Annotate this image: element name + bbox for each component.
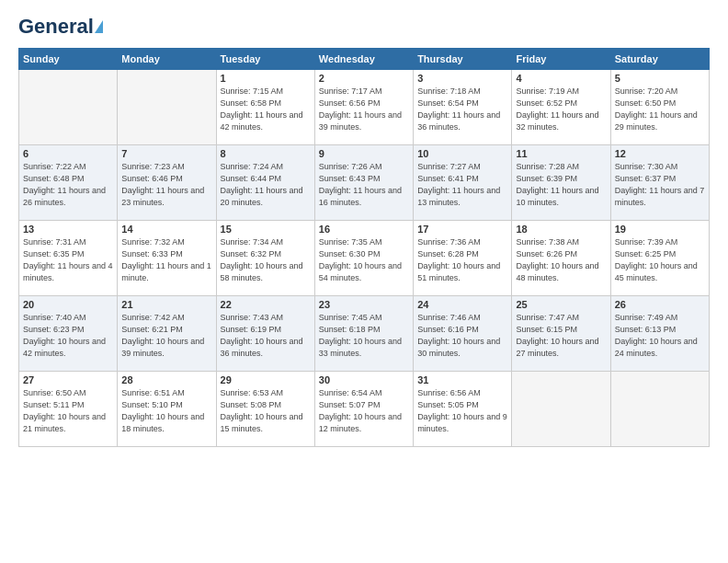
day-number: 16: [319, 224, 409, 235]
logo: General: [18, 15, 103, 39]
day-info: Sunrise: 7:39 AM Sunset: 6:25 PM Dayligh…: [615, 236, 705, 284]
day-cell: 29Sunrise: 6:53 AM Sunset: 5:08 PM Dayli…: [216, 372, 314, 447]
day-info: Sunrise: 7:31 AM Sunset: 6:35 PM Dayligh…: [23, 236, 113, 284]
day-info: Sunrise: 7:45 AM Sunset: 6:18 PM Dayligh…: [319, 312, 409, 360]
day-info: Sunrise: 6:56 AM Sunset: 5:05 PM Dayligh…: [417, 387, 507, 435]
day-number: 19: [615, 224, 705, 235]
day-info: Sunrise: 7:26 AM Sunset: 6:43 PM Dayligh…: [319, 161, 409, 209]
week-row-1: 1Sunrise: 7:15 AM Sunset: 6:58 PM Daylig…: [19, 70, 710, 145]
day-cell: 8Sunrise: 7:24 AM Sunset: 6:44 PM Daylig…: [216, 145, 314, 221]
day-info: Sunrise: 7:46 AM Sunset: 6:16 PM Dayligh…: [417, 312, 507, 360]
day-cell: 25Sunrise: 7:47 AM Sunset: 6:15 PM Dayli…: [512, 296, 610, 372]
weekday-header-sunday: Sunday: [19, 49, 118, 70]
day-number: 20: [23, 299, 113, 310]
day-number: 29: [221, 374, 311, 385]
day-cell: 26Sunrise: 7:49 AM Sunset: 6:13 PM Dayli…: [610, 296, 709, 372]
day-cell: 19Sunrise: 7:39 AM Sunset: 6:25 PM Dayli…: [610, 221, 709, 296]
day-info: Sunrise: 7:23 AM Sunset: 6:46 PM Dayligh…: [121, 161, 211, 209]
day-number: 15: [221, 224, 311, 235]
day-number: 24: [417, 299, 507, 310]
day-cell: 31Sunrise: 6:56 AM Sunset: 5:05 PM Dayli…: [414, 372, 512, 447]
day-number: 25: [516, 299, 606, 310]
day-info: Sunrise: 7:42 AM Sunset: 6:21 PM Dayligh…: [121, 312, 211, 360]
weekday-header-tuesday: Tuesday: [216, 49, 314, 70]
day-number: 27: [23, 374, 113, 385]
day-number: 12: [615, 148, 705, 159]
day-info: Sunrise: 6:50 AM Sunset: 5:11 PM Dayligh…: [23, 387, 113, 435]
day-cell: 16Sunrise: 7:35 AM Sunset: 6:30 PM Dayli…: [314, 221, 413, 296]
day-info: Sunrise: 6:54 AM Sunset: 5:07 PM Dayligh…: [319, 387, 409, 435]
day-number: 5: [615, 73, 705, 84]
day-number: 6: [23, 148, 113, 159]
day-number: 4: [516, 73, 606, 84]
day-info: Sunrise: 6:51 AM Sunset: 5:10 PM Dayligh…: [121, 387, 211, 435]
week-row-2: 6Sunrise: 7:22 AM Sunset: 6:48 PM Daylig…: [19, 145, 710, 221]
day-cell: 2Sunrise: 7:17 AM Sunset: 6:56 PM Daylig…: [314, 70, 413, 145]
day-cell: 24Sunrise: 7:46 AM Sunset: 6:16 PM Dayli…: [414, 296, 512, 372]
day-number: 23: [319, 299, 409, 310]
day-info: Sunrise: 7:18 AM Sunset: 6:54 PM Dayligh…: [417, 86, 507, 133]
week-row-3: 13Sunrise: 7:31 AM Sunset: 6:35 PM Dayli…: [19, 221, 710, 296]
day-cell: 22Sunrise: 7:43 AM Sunset: 6:19 PM Dayli…: [216, 296, 314, 372]
logo-triangle-icon: [95, 20, 103, 33]
day-cell: [19, 70, 118, 145]
day-cell: 13Sunrise: 7:31 AM Sunset: 6:35 PM Dayli…: [19, 221, 118, 296]
day-cell: 10Sunrise: 7:27 AM Sunset: 6:41 PM Dayli…: [414, 145, 512, 221]
day-cell: [610, 372, 709, 447]
day-number: 1: [221, 73, 311, 84]
day-cell: 11Sunrise: 7:28 AM Sunset: 6:39 PM Dayli…: [512, 145, 610, 221]
day-number: 8: [221, 148, 311, 159]
calendar-page: General SundayMondayTuesdayWednesdayThur…: [0, 0, 728, 563]
day-info: Sunrise: 6:53 AM Sunset: 5:08 PM Dayligh…: [221, 387, 311, 435]
day-info: Sunrise: 7:35 AM Sunset: 6:30 PM Dayligh…: [319, 236, 409, 284]
day-info: Sunrise: 7:27 AM Sunset: 6:41 PM Dayligh…: [417, 161, 507, 209]
weekday-header-saturday: Saturday: [610, 49, 709, 70]
header-row: SundayMondayTuesdayWednesdayThursdayFrid…: [19, 49, 710, 70]
day-number: 22: [221, 299, 311, 310]
day-info: Sunrise: 7:32 AM Sunset: 6:33 PM Dayligh…: [121, 236, 211, 284]
day-cell: [118, 70, 216, 145]
day-cell: 3Sunrise: 7:18 AM Sunset: 6:54 PM Daylig…: [414, 70, 512, 145]
calendar-table: SundayMondayTuesdayWednesdayThursdayFrid…: [18, 48, 710, 447]
day-info: Sunrise: 7:20 AM Sunset: 6:50 PM Dayligh…: [615, 86, 705, 133]
day-cell: 27Sunrise: 6:50 AM Sunset: 5:11 PM Dayli…: [19, 372, 118, 447]
day-info: Sunrise: 7:19 AM Sunset: 6:52 PM Dayligh…: [516, 86, 606, 133]
weekday-header-monday: Monday: [118, 49, 216, 70]
day-cell: 6Sunrise: 7:22 AM Sunset: 6:48 PM Daylig…: [19, 145, 118, 221]
day-info: Sunrise: 7:15 AM Sunset: 6:58 PM Dayligh…: [221, 86, 311, 133]
day-cell: 28Sunrise: 6:51 AM Sunset: 5:10 PM Dayli…: [118, 372, 216, 447]
day-number: 14: [121, 224, 211, 235]
day-number: 7: [121, 148, 211, 159]
day-number: 3: [417, 73, 507, 84]
day-cell: 18Sunrise: 7:38 AM Sunset: 6:26 PM Dayli…: [512, 221, 610, 296]
day-number: 30: [319, 374, 409, 385]
day-number: 10: [417, 148, 507, 159]
day-number: 2: [319, 73, 409, 84]
weekday-header-thursday: Thursday: [414, 49, 512, 70]
day-cell: 21Sunrise: 7:42 AM Sunset: 6:21 PM Dayli…: [118, 296, 216, 372]
day-cell: 9Sunrise: 7:26 AM Sunset: 6:43 PM Daylig…: [314, 145, 413, 221]
day-number: 17: [417, 224, 507, 235]
weekday-header-wednesday: Wednesday: [314, 49, 413, 70]
day-info: Sunrise: 7:36 AM Sunset: 6:28 PM Dayligh…: [417, 236, 507, 284]
day-info: Sunrise: 7:22 AM Sunset: 6:48 PM Dayligh…: [23, 161, 113, 209]
day-cell: 4Sunrise: 7:19 AM Sunset: 6:52 PM Daylig…: [512, 70, 610, 145]
day-cell: 7Sunrise: 7:23 AM Sunset: 6:46 PM Daylig…: [118, 145, 216, 221]
day-info: Sunrise: 7:17 AM Sunset: 6:56 PM Dayligh…: [319, 86, 409, 133]
day-number: 18: [516, 224, 606, 235]
day-number: 11: [516, 148, 606, 159]
week-row-4: 20Sunrise: 7:40 AM Sunset: 6:23 PM Dayli…: [19, 296, 710, 372]
day-number: 28: [121, 374, 211, 385]
logo-general-text: General: [18, 15, 94, 39]
day-cell: 20Sunrise: 7:40 AM Sunset: 6:23 PM Dayli…: [19, 296, 118, 372]
day-cell: 1Sunrise: 7:15 AM Sunset: 6:58 PM Daylig…: [216, 70, 314, 145]
day-number: 31: [417, 374, 507, 385]
day-cell: 17Sunrise: 7:36 AM Sunset: 6:28 PM Dayli…: [414, 221, 512, 296]
day-number: 21: [121, 299, 211, 310]
weekday-header-friday: Friday: [512, 49, 610, 70]
day-cell: 14Sunrise: 7:32 AM Sunset: 6:33 PM Dayli…: [118, 221, 216, 296]
day-number: 26: [615, 299, 705, 310]
day-number: 13: [23, 224, 113, 235]
week-row-5: 27Sunrise: 6:50 AM Sunset: 5:11 PM Dayli…: [19, 372, 710, 447]
header: General: [18, 15, 710, 39]
